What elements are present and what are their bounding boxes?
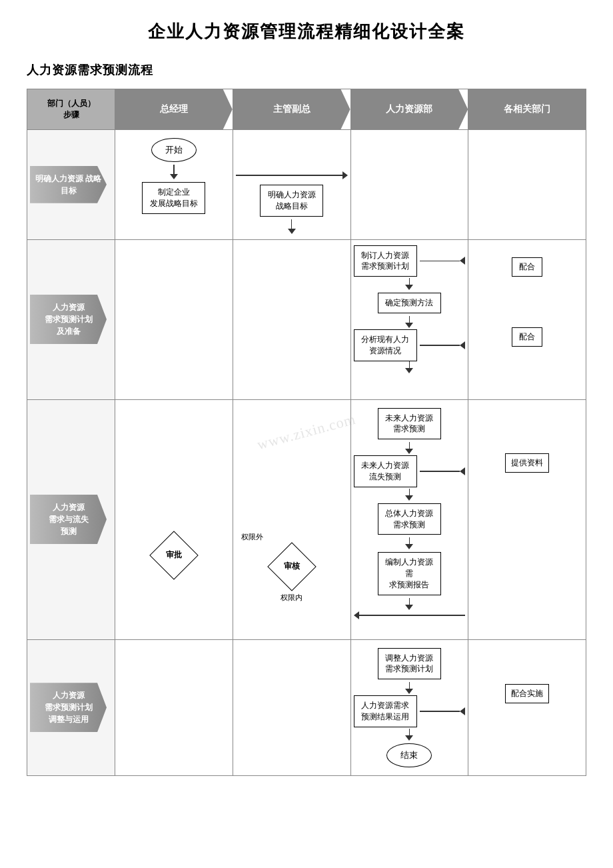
section3-dept4: 提供资料 [468,400,586,639]
dept3-label: 人力资源部 [386,103,432,115]
make-forecast-plan-node: 制订人力资源需求预测计划 [354,245,417,277]
steps-header-cell: 部门（人员）步骤 [27,89,115,129]
section4: 人力资源需求预测计划调整与运用 调整人力资源需求预测计划 人力资源需求预测结果运… [27,640,586,775]
dept4-header: 各相关部门 [468,89,586,129]
section4-dept2 [233,640,351,775]
make-strategy-node: 制定企业发展战略目标 [142,182,205,214]
section1-dept3 [351,130,469,239]
section4-dept4: 配合实施 [468,640,586,775]
future-attrition-node: 未来人力资源流失预测 [354,455,417,487]
adjust-plan-node: 调整人力资源需求预测计划 [378,648,441,680]
section1-dept1: 开始 制定企业发展战略目标 [115,130,233,239]
section2: 人力资源需求预测计划及准备 制订人力资源需求预测计划 确定预测方法 [27,240,586,400]
section1: 明确人力资源 战略目标 开始 制定企业发展战略目标 [27,130,586,240]
determine-method-node: 确定预测方法 [378,293,441,313]
sub-title: 人力资源需求预测流程 [27,62,586,78]
flowchart-wrapper: www.zixin.com 部门（人员）步骤 总经理 主管副总 人力资源部 各相… [27,89,586,776]
compile-report-node: 编制人力资源需求预测报告 [378,552,441,595]
analyze-hr-node: 分析现有人力资源情况 [354,329,417,361]
authority-in-label: 权限内 [281,593,303,603]
section3-dept3: 未来人力资源需求预测 未来人力资源流失预测 总体人力资源需求预测 [351,400,469,639]
section1-step: 明确人力资源 战略目标 [27,130,115,239]
section4-step: 人力资源需求预测计划调整与运用 [27,640,115,775]
section1-dept2: 明确人力资源战略目标 [233,130,351,239]
cooperate-impl-node: 配合实施 [505,684,549,703]
step-label-1: 明确人力资源 战略目标 [30,166,107,203]
apply-result-node: 人力资源需求预测结果运用 [354,695,417,727]
section4-dept3: 调整人力资源需求预测计划 人力资源需求预测结果运用 结束 [351,640,469,775]
dept3-header: 人力资源部 [351,89,469,129]
section3-dept1: 审批 [115,400,233,639]
section3: 人力资源需求与流失预测 审批 权限外 审 [27,400,586,640]
step-label-2: 人力资源需求预测计划及准备 [30,295,107,344]
end-node: 结束 [386,743,432,767]
start-node: 开始 [151,138,197,162]
dept2-header: 主管副总 [233,89,351,129]
section3-step: 人力资源需求与流失预测 [27,400,115,639]
cooperate2-node: 配合 [512,327,542,347]
section2-dept3: 制订人力资源需求预测计划 确定预测方法 分析现有人力资源情况 [351,240,469,399]
cooperate1-node: 配合 [512,257,542,277]
dept1-label: 总经理 [160,103,188,115]
section2-dept2 [233,240,351,399]
authority-out-label: 权限外 [241,532,263,542]
dept2-label: 主管副总 [273,103,310,115]
section3-dept2: 权限外 审核 权限内 [233,400,351,639]
provide-data-node: 提供资料 [505,453,549,473]
section2-dept1 [115,240,233,399]
clarify-hr-strategy-node: 明确人力资源战略目标 [260,185,323,217]
dept4-label: 各相关部门 [504,103,550,115]
dept1-header: 总经理 [115,89,233,129]
section4-dept1 [115,640,233,775]
section1-dept4 [468,130,586,239]
page-title: 企业人力资源管理流程精细化设计全案 [27,20,586,43]
step-label-3: 人力资源需求与流失预测 [30,495,107,544]
future-demand-node: 未来人力资源需求预测 [378,408,441,440]
header-row: 部门（人员）步骤 总经理 主管副总 人力资源部 各相关部门 [27,89,586,130]
section2-dept4: 配合 配合 [468,240,586,399]
section2-step: 人力资源需求预测计划及准备 [27,240,115,399]
overall-demand-node: 总体人力资源需求预测 [378,503,441,535]
step-label-4: 人力资源需求预测计划调整与运用 [30,683,107,732]
steps-header-label: 部门（人员）步骤 [47,98,95,121]
